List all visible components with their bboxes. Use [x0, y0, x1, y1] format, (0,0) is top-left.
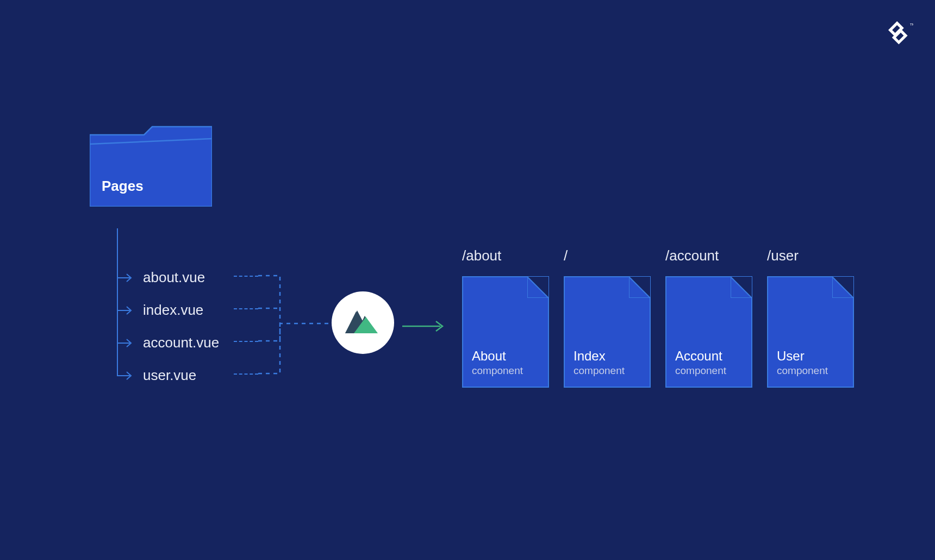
dashed-connector [234, 341, 258, 342]
file-item-account: account.vue [117, 334, 219, 351]
component-account: /account Account component [665, 247, 752, 388]
component-sub: component [574, 365, 641, 377]
dashed-connector [234, 374, 258, 375]
component-card: User component [767, 276, 854, 388]
tree-arrow-icon [117, 272, 134, 283]
component-sub: component [777, 365, 844, 377]
component-title: User [777, 349, 844, 364]
component-title: About [472, 349, 539, 364]
component-sub: component [472, 365, 539, 377]
file-name: about.vue [143, 269, 205, 286]
route-label: / [564, 247, 651, 264]
dashed-connector [234, 276, 258, 277]
dogear-icon [629, 277, 650, 298]
svg-text:TM: TM [910, 23, 913, 26]
file-name: index.vue [143, 302, 203, 319]
component-card: Account component [665, 276, 752, 388]
component-about: /about About component [462, 247, 549, 388]
toptal-logo: TM [886, 19, 913, 52]
dogear-icon [527, 277, 548, 298]
route-label: /user [767, 247, 854, 264]
route-label: /account [665, 247, 752, 264]
components-row: /about About component / Index component [462, 247, 854, 388]
file-item-about: about.vue [117, 269, 205, 286]
component-sub: component [675, 365, 743, 377]
dogear-icon [832, 277, 853, 298]
route-label: /about [462, 247, 549, 264]
component-user: /user User component [767, 247, 854, 388]
tree-arrow-icon [117, 370, 134, 381]
nuxt-logo [332, 291, 394, 354]
component-card: Index component [564, 276, 651, 388]
component-title: Account [675, 349, 743, 364]
file-name: account.vue [143, 334, 219, 351]
dogear-icon [731, 277, 752, 298]
tree-arrow-icon [117, 305, 134, 316]
component-card: About component [462, 276, 549, 388]
folder-label: Pages [102, 178, 144, 195]
component-index: / Index component [564, 247, 651, 388]
dashed-collector [258, 250, 280, 397]
tree-arrow-icon [117, 338, 134, 349]
pages-folder: Pages [90, 125, 212, 207]
file-item-index: index.vue [117, 302, 203, 319]
file-item-user: user.vue [117, 367, 196, 384]
dashed-connector [234, 308, 258, 309]
file-name: user.vue [143, 367, 196, 384]
flow-arrow-icon [402, 320, 448, 333]
component-title: Index [574, 349, 641, 364]
